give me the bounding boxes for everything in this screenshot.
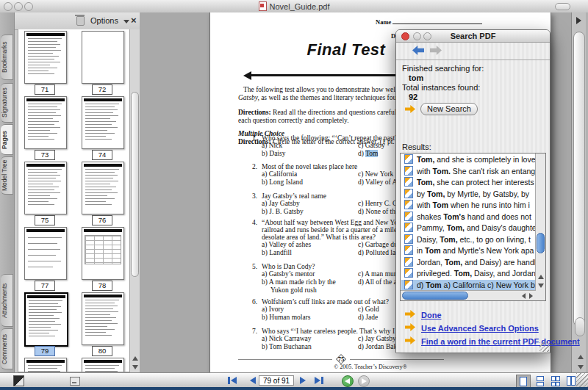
tab-comments[interactable]: Comments <box>1 328 13 369</box>
search-result-item[interactable]: Jordan, Tom, and Daisy) are handl <box>401 257 536 269</box>
back-arrow-icon[interactable] <box>412 46 424 55</box>
thumbnail-page-77[interactable] <box>24 227 67 280</box>
scrollbar-grip[interactable] <box>575 317 585 336</box>
chevron-down-icon[interactable] <box>123 20 129 24</box>
results-horizontal-scrollbar[interactable] <box>401 290 536 300</box>
scrollbar-arrows[interactable] <box>536 273 545 289</box>
answer-option: b) Tom Buchanan <box>262 343 312 350</box>
thumbnail-list[interactable]: 717273747576777879808182 <box>18 29 130 372</box>
search-result-icon <box>404 154 413 164</box>
single-page-view-button[interactable] <box>516 375 531 388</box>
scroll-right-icon[interactable] <box>529 293 533 299</box>
search-result-item[interactable]: in Tom and Myrtle's New York apa <box>401 245 536 257</box>
tab-pages[interactable]: Pages <box>1 124 13 155</box>
continuous-view-button[interactable] <box>534 375 545 386</box>
new-search-button[interactable]: New Search <box>420 103 478 115</box>
search-results-list[interactable]: Tom, and she is completely in lovewith T… <box>400 153 546 301</box>
last-page-button[interactable] <box>312 375 325 386</box>
answer-option: c) Henry C. G <box>358 200 398 207</box>
tab-attachments[interactable]: Attachments <box>1 274 13 327</box>
window-resize-grip[interactable] <box>576 373 588 388</box>
tab-signatures[interactable]: Signatures <box>1 83 13 123</box>
thumbnail-page-number: 72 <box>92 84 112 95</box>
results-rows: Tom, and she is completely in lovewith T… <box>401 154 536 291</box>
answer-option: d) Jordan Bak <box>358 343 397 350</box>
scrollbar-thumb[interactable] <box>131 92 139 277</box>
find-word-link[interactable]: Find a word in the current PDF document <box>421 337 580 346</box>
search-result-icon <box>404 268 413 278</box>
answer-option: a) California <box>262 170 297 178</box>
advanced-search-link[interactable]: Use Advanced Search Options <box>421 324 539 333</box>
thumbnail-page-71[interactable] <box>24 31 67 84</box>
results-vertical-scrollbar[interactable] <box>535 154 545 291</box>
scrollbar-thumb[interactable] <box>537 233 545 253</box>
forward-arrow-icon[interactable] <box>430 46 442 55</box>
thumbnail-page-76[interactable] <box>82 162 124 214</box>
search-result-item[interactable]: with Tom when he runs into him i <box>401 200 536 212</box>
thumbnail-page-82[interactable] <box>82 358 124 372</box>
history-back-button[interactable] <box>342 375 354 387</box>
tab-model-tree[interactable]: Model Tree <box>1 156 13 195</box>
thumbnail-page-74[interactable] <box>82 96 124 149</box>
document-scrollbar[interactable] <box>571 12 587 372</box>
scrollbar-thumb[interactable] <box>573 32 585 327</box>
answer-option: c) Gold <box>358 306 379 313</box>
thumbnail-page-number: 79 <box>35 346 55 356</box>
resize-grip[interactable] <box>539 342 549 352</box>
options-menu[interactable]: Options <box>90 16 118 25</box>
thumbnail-page-78[interactable] <box>82 227 124 280</box>
splitter-arrow-icon[interactable] <box>576 17 581 24</box>
search-result-item[interactable]: shakes Tom's hand and does not <box>401 212 536 223</box>
result-text: Daisy, <box>417 235 440 244</box>
page-number-field[interactable] <box>259 375 294 386</box>
answer-option: a) Nick Carraway <box>262 335 312 342</box>
search-result-item[interactable]: privileged. Tom, Daisy, and Jordan <box>401 268 536 280</box>
toolbar-toggle-button[interactable] <box>555 3 570 10</box>
search-result-item[interactable]: d) Tom a) California c) New York b <box>401 280 536 292</box>
thumbnail-page-73[interactable] <box>24 96 67 149</box>
minimized-page-icon[interactable] <box>70 377 80 386</box>
result-text: by Myrtle, by Gatsby, by <box>445 189 529 198</box>
answer-option: d) All of the a <box>358 278 397 286</box>
search-window-toolbar <box>396 42 550 60</box>
search-result-item[interactable]: Tom, and she is completely in love <box>401 154 536 166</box>
result-match: Tom, <box>445 258 462 267</box>
facing-view-button[interactable] <box>564 375 575 386</box>
continuous-facing-view-button[interactable] <box>549 375 559 386</box>
result-text: and Daisy's daughte <box>465 223 536 232</box>
answer-option: b) Long Island <box>262 178 303 186</box>
search-result-icon <box>404 257 413 267</box>
answer-option: c) Garbage du <box>358 241 398 248</box>
previous-page-button[interactable] <box>245 375 259 386</box>
done-link[interactable]: Done <box>421 311 442 319</box>
navigation-tab-strip: BookmarksSignaturesPagesModel TreeAttach… <box>0 12 15 372</box>
thumbnails-scrollbar[interactable] <box>129 29 140 372</box>
search-window-titlebar[interactable]: Search PDF <box>396 30 550 43</box>
history-forward-button[interactable] <box>358 375 370 387</box>
thumbnail-page-79[interactable] <box>24 292 68 347</box>
answer-option: d) None of the <box>358 208 398 215</box>
tab-bookmarks[interactable]: Bookmarks <box>1 35 13 80</box>
thumbnail-page-number: 73 <box>35 150 55 160</box>
search-result-item[interactable]: with Tom. She can't risk an entang <box>401 166 536 178</box>
first-page-button[interactable] <box>226 375 240 386</box>
thumbnail-page-75[interactable] <box>24 162 67 214</box>
trash-icon[interactable] <box>76 16 85 26</box>
search-result-item[interactable]: Pammy, Tom, and Daisy's daughte <box>401 223 536 234</box>
next-page-button[interactable] <box>297 375 310 386</box>
close-panel-icon[interactable]: × <box>131 15 137 26</box>
search-result-item[interactable]: Daisy, Tom, etc., to go on living, t <box>401 234 536 246</box>
scrollbar-thumb[interactable] <box>402 292 468 300</box>
search-result-item[interactable]: by Tom, by Myrtle, by Gatsby, by <box>401 189 536 201</box>
thumbnail-page-72[interactable] <box>82 31 124 84</box>
scrollbar-arrows[interactable] <box>576 353 583 371</box>
question-number: 1. <box>252 134 262 142</box>
thumbnail-page-80[interactable] <box>82 292 124 345</box>
scrollbar-arrows[interactable] <box>130 355 140 371</box>
result-text: d) <box>417 281 426 289</box>
page-view-icon[interactable] <box>13 375 24 386</box>
answer-option: b) Human molars <box>262 314 311 321</box>
thumbnail-page-81[interactable] <box>24 358 67 372</box>
search-result-item[interactable]: Tom, she can protect her interests <box>401 177 536 189</box>
scroll-left-icon[interactable] <box>522 293 526 299</box>
